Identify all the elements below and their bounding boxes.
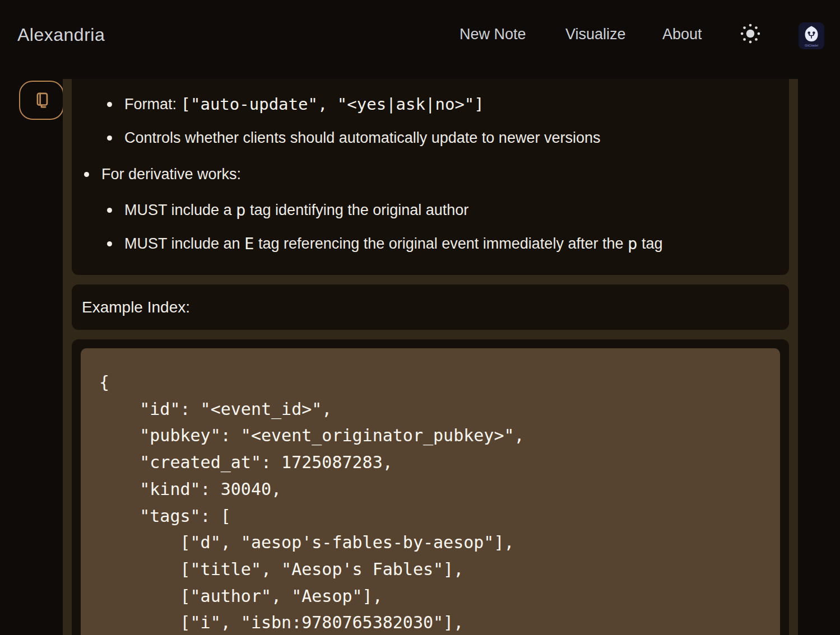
json-code-panel[interactable]: { "id": "<event_id>", "pubkey": "<event_… <box>81 348 780 635</box>
example-index-card: Example Index: <box>72 284 789 330</box>
nav-item-new-note[interactable]: New Note <box>460 26 526 43</box>
inline-code: p <box>236 200 245 220</box>
code-block-card: { "id": "<event_id>", "pubkey": "<event_… <box>72 339 789 635</box>
inline-code: ["auto-update", "<yes|ask|no>"] <box>181 95 484 114</box>
bullet-marker <box>107 241 112 246</box>
bullet-item: MUST include an E tag referencing the or… <box>72 232 772 255</box>
bullet-marker <box>107 102 112 107</box>
spec-guidelines-card: Format: ["auto-update", "<yes|ask|no>"]C… <box>72 79 789 275</box>
reader-sidebar-toggle-button[interactable] <box>19 81 64 120</box>
nav-item-about[interactable]: About <box>662 26 702 43</box>
top-nav-bar: Alexandria New Note Visualize About <box>0 0 840 73</box>
app-title[interactable]: Alexandria <box>17 25 105 45</box>
bullet-item: Controls whether clients should automati… <box>72 127 772 149</box>
bullet-marker <box>107 136 112 141</box>
svg-text:GitCitadel: GitCitadel <box>805 44 818 47</box>
book-icon <box>32 91 51 110</box>
bullet-marker <box>84 172 89 177</box>
inline-code: p <box>628 234 637 253</box>
bullet-item: For derivative works: <box>72 163 772 185</box>
guidelines-bullet-list: Format: ["auto-update", "<yes|ask|no>"]C… <box>72 93 772 255</box>
sun-icon <box>740 23 761 44</box>
json-code-text: { "id": "<event_id>", "pubkey": "<event_… <box>99 369 767 635</box>
nav-item-visualize[interactable]: Visualize <box>565 26 626 43</box>
bullet-marker <box>107 208 112 213</box>
bullet-item: Format: ["auto-update", "<yes|ask|no>"] <box>72 93 772 115</box>
gitcitadel-logo[interactable]: GitCitadel <box>799 22 824 49</box>
inline-code: E <box>244 234 254 253</box>
document-scroll-pane[interactable]: Format: ["auto-update", "<yes|ask|no>"]C… <box>63 79 798 635</box>
theme-toggle-button[interactable] <box>740 23 761 44</box>
bullet-item: MUST include a p tag identifying the ori… <box>72 199 772 221</box>
example-index-label: Example Index: <box>82 298 190 316</box>
